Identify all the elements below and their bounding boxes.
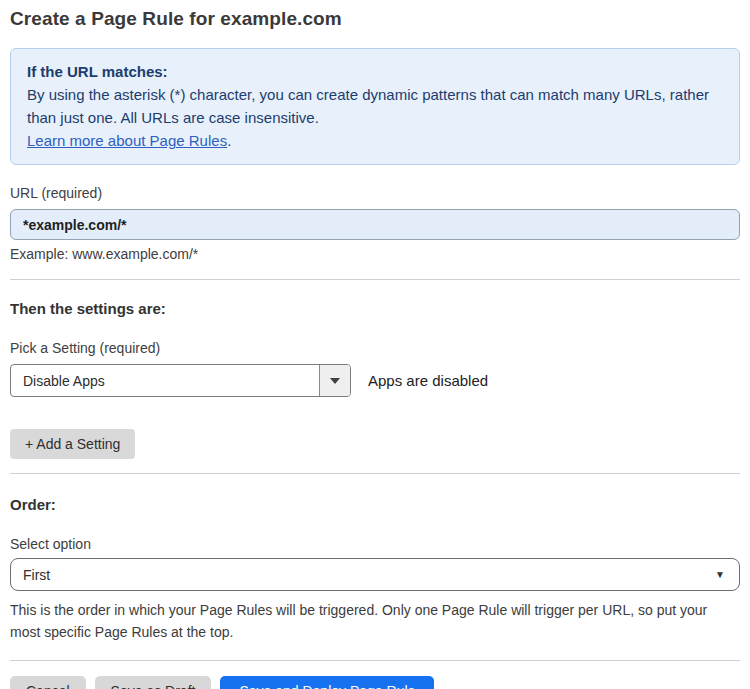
info-box-heading: If the URL matches: <box>27 60 723 83</box>
save-draft-button[interactable]: Save as Draft <box>95 676 212 689</box>
order-heading: Order: <box>10 496 740 513</box>
setting-select-value: Disable Apps <box>11 365 319 396</box>
settings-heading: Then the settings are: <box>10 300 740 317</box>
chevron-down-icon <box>330 378 340 384</box>
section-divider <box>10 279 740 280</box>
save-deploy-button[interactable]: Save and Deploy Page Rule <box>220 676 434 689</box>
footer-divider <box>10 660 740 661</box>
page-rule-form: Create a Page Rule for example.com If th… <box>0 0 750 689</box>
cancel-button[interactable]: Cancel <box>10 676 86 689</box>
order-select[interactable]: First ▼ <box>10 558 740 591</box>
order-select-value: First <box>23 567 50 583</box>
setting-status-text: Apps are disabled <box>368 372 488 389</box>
info-box-body: By using the asterisk (*) character, you… <box>27 83 723 129</box>
url-input[interactable] <box>10 209 740 240</box>
select-option-label: Select option <box>10 536 740 552</box>
order-help-text: This is the order in which your Page Rul… <box>10 599 732 643</box>
page-title: Create a Page Rule for example.com <box>10 8 740 30</box>
footer-buttons: Cancel Save as Draft Save and Deploy Pag… <box>10 676 740 689</box>
link-suffix: . <box>227 132 231 149</box>
setting-select[interactable]: Disable Apps <box>10 364 351 397</box>
url-label: URL (required) <box>10 185 740 201</box>
learn-more-link[interactable]: Learn more about Page Rules <box>27 132 227 149</box>
chevron-down-icon: ▼ <box>715 569 725 580</box>
setting-select-dropdown-button[interactable] <box>319 365 350 396</box>
pick-setting-label: Pick a Setting (required) <box>10 340 740 356</box>
info-box-link-line: Learn more about Page Rules. <box>27 129 723 152</box>
setting-row: Disable Apps Apps are disabled <box>10 364 740 397</box>
url-example-text: Example: www.example.com/* <box>10 246 740 262</box>
url-match-info-box: If the URL matches: By using the asteris… <box>10 48 740 165</box>
add-setting-button[interactable]: + Add a Setting <box>10 429 135 459</box>
section-divider <box>10 473 740 474</box>
